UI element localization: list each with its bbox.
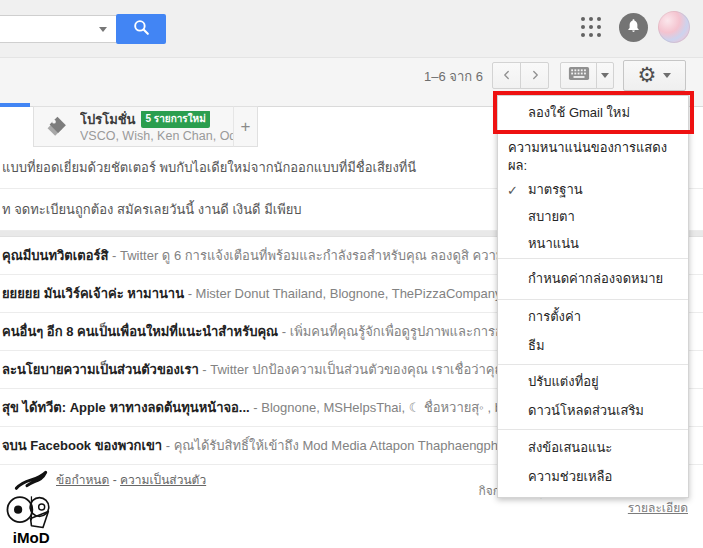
privacy-link[interactable]: ความเป็นส่วนตัว — [120, 473, 206, 487]
keyboard-icon — [568, 66, 590, 85]
profile-avatar[interactable] — [658, 11, 690, 43]
menu-density-header: ความหนาแน่นของการแสดงผล: — [498, 131, 688, 177]
menu-item-configure-inbox[interactable]: กำหนดค่ากล่องจดหมาย — [498, 259, 688, 299]
search-dropdown-caret-icon[interactable] — [99, 27, 107, 32]
footer-links: ข้อกำหนด - ความเป็นส่วนตัว — [56, 470, 206, 489]
svg-text:iMoD: iMoD — [13, 529, 50, 546]
details-link[interactable]: รายละเอียด — [628, 500, 688, 517]
tab-title: โปรโมชั่น — [80, 111, 135, 130]
tab-senders-preview: VSCO, Wish, Ken Chan, Odoo, Li... — [80, 129, 233, 143]
apps-grid-icon[interactable] — [581, 17, 603, 39]
caret-down-icon — [663, 73, 671, 78]
pagination-range: 1–6 จาก 6 — [398, 66, 483, 87]
search-button[interactable] — [116, 14, 166, 44]
input-tools-button[interactable] — [560, 62, 597, 89]
menu-item-density-standard[interactable]: ✓ มาตรฐาน — [498, 177, 688, 204]
search-icon — [132, 18, 151, 40]
caret-down-icon — [601, 73, 609, 78]
chevron-left-icon — [501, 67, 513, 85]
menu-item-help[interactable]: ความช่วยเหลือ — [498, 463, 688, 494]
menu-item-get-addons[interactable]: ดาวน์โหลดส่วนเสริม — [498, 397, 688, 426]
add-tab-button[interactable]: + — [233, 106, 258, 147]
bell-icon — [626, 18, 641, 37]
active-tab-indicator — [0, 103, 30, 107]
notifications-button[interactable] — [619, 13, 648, 42]
menu-item-send-feedback[interactable]: ส่งข้อเสนอแนะ — [498, 433, 688, 463]
newer-page-button[interactable] — [492, 62, 521, 89]
check-icon: ✓ — [507, 182, 518, 200]
older-page-button[interactable] — [520, 62, 549, 89]
menu-item-try-new-gmail[interactable]: ลองใช้ Gmail ใหม่ — [498, 96, 688, 130]
menu-item-density-compact[interactable]: หนาแน่น — [498, 231, 688, 258]
menu-item-density-comfortable[interactable]: สบายตา — [498, 204, 688, 231]
terms-link[interactable]: ข้อกำหนด — [56, 473, 109, 487]
settings-menu: ลองใช้ Gmail ใหม่ ความหนาแน่นของการแสดงผ… — [497, 95, 689, 498]
tab-promotions[interactable]: โปรโมชั่น 5 รายการใหม่ VSCO, Wish, Ken C… — [33, 106, 234, 147]
new-items-badge: 5 รายการใหม่ — [141, 111, 209, 129]
settings-gear-button[interactable]: ⚙ — [623, 60, 686, 91]
tag-icon — [44, 112, 70, 142]
menu-item-customize-address[interactable]: ปรับแต่งที่อยู่ — [498, 368, 688, 397]
footer-separator: - — [113, 473, 117, 487]
menu-item-themes[interactable]: ธีม — [498, 332, 688, 361]
menu-item-settings[interactable]: การตั้งค่า — [498, 303, 688, 332]
chevron-right-icon — [529, 67, 541, 85]
gear-icon: ⚙ — [638, 65, 657, 86]
input-tools-dropdown-button[interactable] — [596, 62, 614, 89]
